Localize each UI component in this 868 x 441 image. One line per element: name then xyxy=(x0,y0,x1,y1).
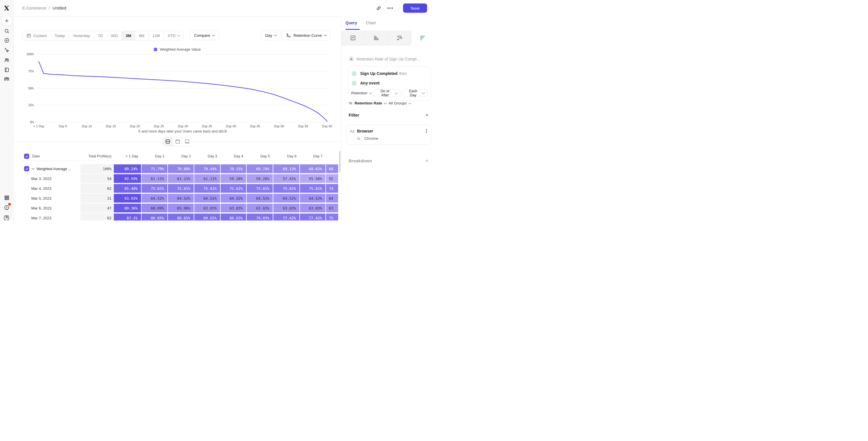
column-header-day[interactable]: < 1 Day xyxy=(114,154,141,158)
total-profiles-cell[interactable]: 31 xyxy=(81,194,114,203)
filter-operator[interactable]: Is xyxy=(357,136,360,140)
total-profiles-cell[interactable]: 47 xyxy=(81,203,114,213)
sidebar-events-button[interactable] xyxy=(2,46,11,54)
retention-cell-clipped[interactable]: 68 xyxy=(326,164,338,173)
row-checkbox[interactable] xyxy=(24,166,29,171)
retention-cell[interactable]: 64.52% xyxy=(220,194,246,203)
range-12m[interactable]: 12M xyxy=(148,31,163,40)
retention-cell[interactable]: 59.26% xyxy=(220,174,246,183)
retention-cell[interactable]: 75.81% xyxy=(167,184,194,193)
retention-cell[interactable]: 79.03% xyxy=(246,213,273,220)
range-today[interactable]: Today xyxy=(51,31,69,40)
retention-cell[interactable]: 61.11% xyxy=(141,174,167,183)
sidebar-settings-button[interactable] xyxy=(2,213,11,220)
retention-mode-dropdown[interactable]: Retention xyxy=(351,91,371,95)
tab-query[interactable]: Query xyxy=(345,21,357,25)
expand-chevron-icon[interactable] xyxy=(32,167,35,170)
retention-cell[interactable]: 64.52% xyxy=(300,194,326,203)
retention-cell[interactable]: 80.65% xyxy=(141,213,167,220)
retention-cell[interactable]: 75.81% xyxy=(246,184,273,193)
measure-dropdown[interactable]: Retention Rate xyxy=(355,101,386,105)
second-event-name[interactable]: Any event xyxy=(360,81,379,85)
column-header-total[interactable]: Total Profile(s) xyxy=(81,154,114,158)
compare-button[interactable]: Compare xyxy=(190,30,219,40)
retention-cell-clipped[interactable]: 64 xyxy=(326,194,338,203)
retention-cell-clipped[interactable]: 55 xyxy=(326,174,338,183)
total-profiles-cell[interactable]: 62 xyxy=(81,213,114,220)
sidebar-search-button[interactable] xyxy=(2,27,11,35)
retention-cell[interactable]: 57.41% xyxy=(273,174,300,183)
sidebar-explore-button[interactable] xyxy=(2,36,11,44)
filter-kebab-icon[interactable]: ••• xyxy=(426,129,427,133)
column-header-date[interactable]: Date xyxy=(32,154,40,158)
retention-cell[interactable]: 63.83% xyxy=(300,203,326,213)
range-7d[interactable]: 7D xyxy=(94,31,106,40)
retention-cell[interactable]: 77.42% xyxy=(273,213,300,220)
save-button[interactable]: Save xyxy=(403,3,427,13)
column-header-day[interactable]: Day 3 xyxy=(194,154,220,158)
bucket-dropdown[interactable]: Each Day xyxy=(403,89,428,97)
filter-card[interactable]: Aa Browser ••• Is Chrome xyxy=(346,125,431,145)
range-xtd[interactable]: XTD xyxy=(163,31,183,40)
retention-cell[interactable]: 64.52% xyxy=(141,194,167,203)
retention-cell[interactable]: 70.15% xyxy=(220,164,246,173)
query-title[interactable]: Retention Rate of Sign Up Compl... xyxy=(356,57,420,61)
sidebar-cohorts-button[interactable] xyxy=(2,75,11,83)
retention-cell[interactable]: 70.88% xyxy=(167,164,194,173)
range-30d[interactable]: 30D xyxy=(106,31,122,40)
view-flow-button[interactable] xyxy=(388,31,411,45)
add-filter-button[interactable]: + xyxy=(425,113,429,117)
retention-cell[interactable]: 64.52% xyxy=(194,194,220,203)
retention-cell[interactable]: 64.52% xyxy=(273,194,300,203)
retention-cell[interactable]: 93.55% xyxy=(114,194,141,203)
retention-cell-clipped[interactable]: 74 xyxy=(326,184,338,193)
column-header-day[interactable]: Day 6 xyxy=(273,154,300,158)
retention-cell[interactable]: 61.11% xyxy=(167,174,194,183)
window-dropdown[interactable]: On or After xyxy=(374,89,400,97)
retention-cell[interactable]: 80.65% xyxy=(167,213,194,220)
event-row-second[interactable]: Any event xyxy=(351,80,428,87)
share-link-button[interactable] xyxy=(374,4,383,12)
retention-cell[interactable]: 69.13% xyxy=(273,164,300,173)
retention-cell[interactable]: 85.48% xyxy=(114,184,141,193)
groups-dropdown[interactable]: All Groups xyxy=(389,101,411,105)
create-new-button[interactable] xyxy=(2,16,12,26)
retention-cell[interactable]: 89.36% xyxy=(114,203,141,213)
view-bar-chart-button[interactable] xyxy=(365,31,388,45)
retention-cell-clipped[interactable]: 75 xyxy=(326,213,338,220)
layout-table-only-button[interactable] xyxy=(182,137,192,146)
granularity-dropdown[interactable]: Day xyxy=(261,30,281,40)
filter-property[interactable]: Browser xyxy=(357,129,423,133)
retention-cell[interactable]: 63.83% xyxy=(273,203,300,213)
chart-type-dropdown[interactable]: Retention Curve xyxy=(282,30,331,40)
column-header-day[interactable]: Day 2 xyxy=(167,154,194,158)
retention-cell[interactable]: 64.52% xyxy=(246,194,273,203)
column-header-day[interactable]: Day 4 xyxy=(220,154,246,158)
retention-cell[interactable]: 61.11% xyxy=(194,174,220,183)
retention-cell[interactable]: 87.1% xyxy=(114,213,141,220)
tab-chart[interactable]: Chart xyxy=(366,21,375,25)
retention-cell[interactable]: 75.81% xyxy=(194,184,220,193)
breadcrumb-workspace[interactable]: E-Commerce xyxy=(22,6,46,10)
select-all-checkbox[interactable] xyxy=(24,154,29,159)
retention-cell[interactable]: 89.24% xyxy=(114,164,141,173)
sidebar-profiles-button[interactable] xyxy=(2,56,11,64)
retention-cell[interactable]: 69.74% xyxy=(246,164,273,173)
total-profiles-cell[interactable]: 54 xyxy=(81,174,114,183)
retention-cell[interactable]: 71.79% xyxy=(141,164,167,173)
sidebar-help-button[interactable]: ? xyxy=(2,203,11,212)
retention-cell[interactable]: 92.59% xyxy=(114,174,141,183)
retention-line-series[interactable] xyxy=(39,62,327,121)
retention-cell[interactable]: 55.56% xyxy=(300,174,326,183)
view-line-chart-button[interactable] xyxy=(341,31,365,45)
retention-cell[interactable]: 63.83% xyxy=(194,203,220,213)
retention-cell[interactable]: 59.26% xyxy=(246,174,273,183)
sidebar-apps-button[interactable] xyxy=(2,193,11,202)
add-breakdown-button[interactable]: + xyxy=(425,159,429,163)
layout-chart-only-button[interactable] xyxy=(173,137,182,146)
more-options-button[interactable]: ••• xyxy=(386,4,395,12)
total-profiles-cell[interactable]: 100% xyxy=(81,164,114,173)
column-header-day[interactable]: Day 1 xyxy=(141,154,167,158)
range-custom[interactable]: Custom xyxy=(23,31,51,40)
retention-chart[interactable]: 100%75%50%25%0%< 1 DayDay 5Day 10Day 15D… xyxy=(13,46,341,134)
